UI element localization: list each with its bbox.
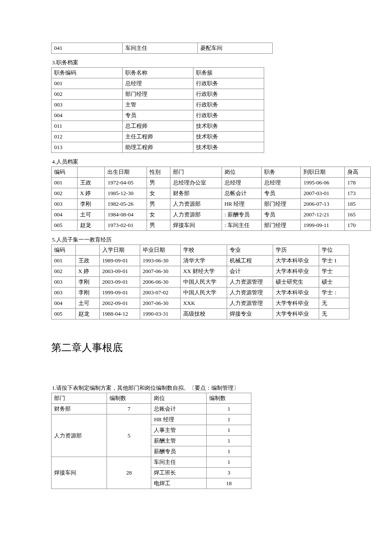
table-row: 012主任工程师技术职务 [52,132,264,142]
table-row: 013助理工程师技术职务 [52,142,264,153]
cell: 001 [52,178,78,188]
cell: 2006-06-30 [140,277,180,288]
cell: 技术职务 [193,132,264,142]
cell: 赵龙 [77,220,105,231]
table-row: 004专员行政职务 [52,110,264,121]
col-header: 性别 [147,167,170,178]
table-row: 财务部 7 总账会计 1 [52,404,251,414]
col-header: 职务编码 [52,68,123,78]
cell: 会计 [227,266,273,277]
cell: 1 [207,404,251,414]
cell: XXK [180,298,227,309]
cell: 001 [52,78,123,89]
table-row: 001王政1989-09-011993-06-30清华大学机械工程大学本科毕业学… [52,256,349,266]
cell: 王政 [77,178,105,188]
col-header: 编码 [52,167,78,178]
cell: 1 [207,414,251,425]
cell: 总经理 [261,178,301,188]
cell: 2003-09-01 [99,277,140,288]
cell: 人事主管 [151,425,207,436]
cell: 004 [52,210,78,220]
cell: HR 经理 [151,414,207,425]
table-row: 004土可2002-09-012007-06-30XXK人力资源管理大学专科毕业… [52,298,349,309]
cell: 车间主任 [122,43,197,54]
cell: 技术职务 [193,142,264,153]
cell: 1 [207,457,251,468]
cell: 2003-09-01 [99,266,140,277]
cell: 人力资源管理 [227,288,273,298]
col-header: 岗位 [151,393,207,404]
cell: 2007-06-30 [140,266,180,277]
personnel-archive-table: 编码 出生日期 性别 部门 岗位 职务 到职日期 身高 001王政1972-04… [51,167,371,231]
staffing-plan-table: 部门 编制数 岗位 编制数 财务部 7 总账会计 1 人力资源部 5 HR 经理… [51,393,251,489]
cell: 165 [345,210,371,220]
cell: 1988-04-12 [99,309,140,319]
cell: 173 [345,188,371,199]
table-row: 005赵龙1973-02-01男焊接车间: 车间主任部门经理1999-09-11… [52,220,371,231]
cell: 李刚 [75,288,99,298]
cell: 2007-06-30 [140,298,180,309]
cell: 041 [52,43,123,54]
cell: 003 [52,288,76,298]
cell: 清华大学 [180,256,227,266]
cell: 硕士 [319,277,349,288]
cell: 焊接车间 [52,457,107,489]
cell: 2006-07-13 [301,199,345,210]
col-header: 职务 [261,167,301,178]
cell: 土可 [77,210,105,220]
cell: X 婷 [75,266,99,277]
cell: 人力资源部 [52,414,107,457]
cell: 1 [207,436,251,446]
cell: 178 [345,178,371,188]
cell: 1984-08-04 [105,210,147,220]
cell: 总经理 [222,178,261,188]
cell: 1995-06-06 [301,178,345,188]
cell: X 婷 [77,188,105,199]
cell: 学士 [319,266,349,277]
table-row: 002部门经理行政职务 [52,89,264,100]
cell: 部门经理 [261,199,301,210]
table-row: 人力资源部 5 HR 经理 1 [52,414,251,425]
cell: 总经理 [122,78,193,89]
cell: 行政职务 [193,110,264,121]
cell: 菱配车间 [197,43,272,54]
cell: 3 [207,468,251,478]
cell: 人力资源管理 [227,298,273,309]
cell: 赵龙 [75,309,99,319]
position-archive-table: 职务编码 职务名称 职务簇 001总经理行政职务 002部门经理行政职务 003… [51,67,264,153]
cell: 1989-09-01 [99,256,140,266]
cell: 焊工班长 [151,468,207,478]
cell: 助理工程师 [122,142,193,153]
table-row: 003李刚1999-09-012003-07-02中国人民大学人力资源管理大学本… [52,288,349,298]
cell: 中国人民大学 [180,277,227,288]
cell: 1973-02-01 [105,220,147,231]
cell: 1985-12-30 [105,188,147,199]
table-row: 焊接车间 28 车间主任 1 [52,457,251,468]
cell: 005 [52,220,78,231]
cell: 013 [52,142,123,153]
col-header: 学位 [319,245,349,256]
table-row: 002X 婷2003-09-012007-06-30XX 财经大学会计大学本科毕… [52,266,349,277]
cell: 5 [107,414,151,457]
table-row: 003李刚2003-09-012006-06-30中国人民大学人力资源管理硕士研… [52,277,349,288]
cell: 男 [147,178,170,188]
col-header: 部门 [170,167,222,178]
table-header-row: 编码 出生日期 性别 部门 岗位 职务 到职日期 身高 [52,167,371,178]
cell: 专员 [261,210,301,220]
cell: 部门经理 [261,220,301,231]
section-5-title: 5.人员子集一一教育经历 [51,236,341,244]
cell: 硕士研究生 [273,277,319,288]
cell: 002 [52,188,78,199]
cell: 003 [52,199,78,210]
cell: 学士： [319,288,349,298]
cell: 大学本科毕业 [273,266,319,277]
cell: 焊接专业 [227,309,273,319]
cell: 大学本科毕业 [273,256,319,266]
cell: 学士 1 [319,256,349,266]
cell: 人力资源部 [170,199,222,210]
cell: 003 [52,277,76,288]
col-header: 到职日期 [301,167,345,178]
col-header: 学校 [180,245,227,256]
cell: 28 [107,457,151,489]
cell: 18 [207,478,251,489]
